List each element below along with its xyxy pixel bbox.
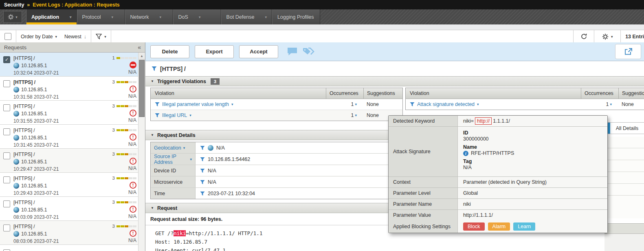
occurrences-cell[interactable]: 1 ▾: [326, 112, 363, 118]
chevron-down-icon: ▾: [610, 102, 612, 106]
violation-link[interactable]: Illegal URL ▾: [151, 112, 326, 118]
severity-bar: [116, 153, 136, 155]
occurrences-cell[interactable]: 1 ▾: [581, 101, 618, 107]
tab-logging-profiles[interactable]: Logging Profiles: [272, 9, 320, 24]
field-name: Name: [463, 144, 602, 150]
filter-icon[interactable]: [200, 168, 205, 173]
severity-segment: [129, 153, 132, 155]
severity-segment: [133, 177, 136, 179]
severity-segment: [116, 81, 120, 83]
globe-icon: [208, 145, 213, 151]
filter-icon[interactable]: [200, 157, 205, 162]
select-all-checkbox[interactable]: [4, 33, 11, 40]
tabbar-gear-button[interactable]: ▾: [3, 11, 22, 23]
item-rating: N/A: [128, 165, 136, 171]
item-checkbox[interactable]: [3, 128, 10, 135]
keyword-highlight-box: http://: [475, 117, 492, 125]
request-list-item-partial[interactable]: [0, 245, 138, 251]
warning-icon: !: [130, 206, 136, 213]
item-checkbox[interactable]: [3, 104, 10, 111]
globe-icon: [13, 159, 19, 165]
violations-table-right: Violation Occurrences Suggestions Attack…: [405, 88, 644, 110]
tab-protocol[interactable]: Protocol▾: [77, 9, 125, 24]
request-list-item[interactable]: [HTTPS] / 10.126.85.1 08:03:09 2023-07-2…: [0, 197, 138, 221]
severity-bar: [116, 177, 136, 179]
detail-label: Geolocation: [154, 145, 181, 151]
request-list-item[interactable]: ✓ [HTTPS] / 10.126.85.1 10:32:04 2023-07…: [0, 53, 138, 77]
filter-icon[interactable]: [152, 66, 157, 71]
violations-section-header[interactable]: ▼ Triggered Violations 3: [145, 76, 644, 86]
sidebar-title: Requests: [4, 44, 26, 51]
attack-signature-fields: ID300000000NameiRFE-HTTP/HTTPSTagN/A: [458, 127, 607, 176]
sort-direction-label[interactable]: Newest: [64, 34, 81, 40]
info-icon[interactable]: i: [463, 151, 468, 156]
severity-segment: [133, 129, 136, 131]
comment-icon[interactable]: [287, 47, 298, 56]
request-section-header[interactable]: ▼ Request: [145, 203, 403, 213]
scroll-up-arrow-icon[interactable]: ▲: [138, 53, 145, 59]
request-list-item[interactable]: [HTTPS] / 10.126.85.1 10:29:43 2023-07-2…: [0, 173, 138, 197]
accept-button[interactable]: Accept: [239, 45, 278, 58]
refresh-button[interactable]: [573, 30, 594, 43]
request-list-item[interactable]: [HTTPS] / 10.126.85.1 10:31:58 2023-07-2…: [0, 77, 138, 101]
item-checkbox[interactable]: [3, 152, 10, 159]
item-checkbox[interactable]: [3, 249, 10, 251]
collapse-sidebar-button[interactable]: «: [138, 44, 141, 51]
export-button[interactable]: Export: [195, 45, 234, 58]
severity-segment: [133, 225, 136, 227]
code-line: User-Agent: curl/7.47.1: [155, 246, 403, 251]
violation-count: 3: [112, 103, 115, 108]
keyword-pre: niki=: [463, 118, 474, 124]
item-checkbox[interactable]: [3, 80, 10, 87]
all-details-toggle[interactable]: All Details: [604, 122, 644, 134]
tab-bot-defense[interactable]: Bot Defense▾: [221, 9, 272, 24]
tab-application[interactable]: Application▾: [26, 9, 77, 24]
filter-icon[interactable]: [200, 145, 205, 150]
violation-link[interactable]: Attack signature detected ▾: [406, 101, 581, 107]
filter-icon[interactable]: [200, 191, 205, 196]
item-checkbox[interactable]: ✓: [3, 56, 10, 63]
sidebar-scrollbar[interactable]: ▲: [138, 53, 145, 251]
severity-bar: [116, 201, 136, 203]
severity-segment: [121, 153, 124, 155]
applied-blocking-row: Applied Blocking Settings BlockAlarmLear…: [389, 220, 607, 233]
attack-signature-popup: Detected Keyword niki= http:// 1.1.1.1/ …: [388, 115, 608, 233]
request-list-item[interactable]: [HTTPS] / 10.126.85.1 08:03:06 2023-07-2…: [0, 221, 138, 245]
chevron-down-icon: ▾: [55, 35, 57, 39]
filter-icon[interactable]: [200, 180, 205, 185]
item-checkbox[interactable]: [3, 176, 10, 183]
order-by-dropdown[interactable]: Order by Date: [21, 34, 53, 40]
item-checkbox[interactable]: [3, 200, 10, 207]
chevron-down-icon: ▾: [231, 102, 233, 106]
blocked-icon: [130, 62, 136, 68]
settings-dropdown[interactable]: ▾: [594, 30, 620, 43]
item-title: [HTTPS] /: [13, 55, 104, 61]
table-row: [605, 137, 644, 148]
breadcrumb-path[interactable]: Event Logs : Application : Requests: [33, 2, 119, 8]
item-ip: 10.126.85.1: [21, 63, 47, 68]
occurrences-cell[interactable]: 1 ▾: [326, 101, 363, 107]
section-header-partial: [604, 223, 644, 234]
detail-value: 10.126.85.1:54462: [208, 156, 250, 162]
item-checkbox[interactable]: [3, 225, 10, 231]
violation-link[interactable]: Illegal parameter value length ▾: [151, 101, 326, 107]
severity-segment: [133, 153, 136, 155]
tags-icon[interactable]: [302, 47, 315, 56]
tab-dos[interactable]: DoS▾: [173, 9, 221, 24]
request-details-section-header[interactable]: ▼ Request Details: [145, 130, 403, 140]
tab-network[interactable]: Network▾: [125, 9, 173, 24]
item-ip: 10.126.85.1: [21, 87, 47, 92]
request-list-item[interactable]: [HTTPS] / 10.126.85.1 10:29:47 2023-07-2…: [0, 149, 138, 173]
arrow-down-icon: ↓: [84, 33, 87, 40]
filter-dropdown[interactable]: ▾: [91, 30, 111, 43]
globe-icon: [13, 63, 19, 68]
open-in-new-window-button[interactable]: [615, 44, 641, 59]
open-external-icon: [624, 48, 633, 55]
request-list-item[interactable]: [HTTPS] / 10.126.85.1 10:31:55 2023-07-2…: [0, 101, 138, 125]
request-list-item[interactable]: [HTTPS] / 10.126.85.1 10:31:45 2023-07-2…: [0, 125, 138, 149]
delete-button[interactable]: Delete: [150, 45, 189, 58]
globe-icon: [13, 207, 19, 213]
scrollbar-thumb[interactable]: [139, 60, 145, 117]
item-ip: 10.126.85.1: [21, 111, 47, 117]
severity-segment: [125, 153, 128, 155]
